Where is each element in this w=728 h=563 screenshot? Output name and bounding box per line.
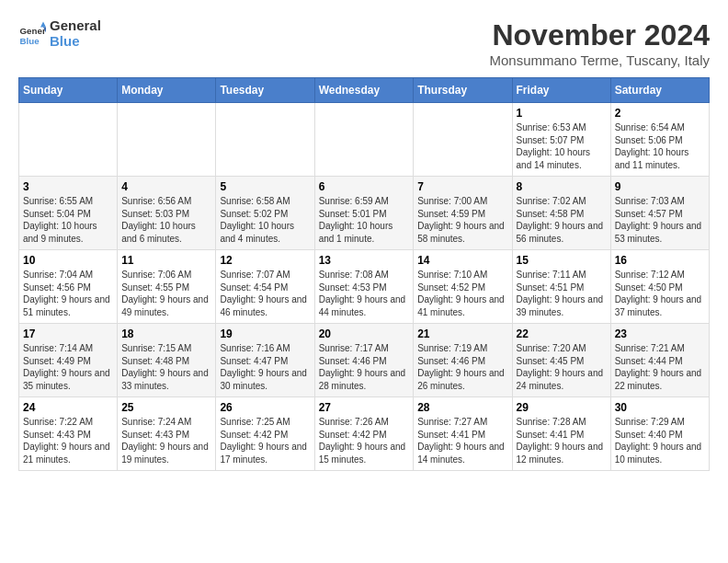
calendar-header-row: SundayMondayTuesdayWednesdayThursdayFrid… (19, 78, 710, 103)
calendar-body: 1Sunrise: 6:53 AM Sunset: 5:07 PM Daylig… (19, 103, 710, 471)
calendar-cell: 15Sunrise: 7:11 AM Sunset: 4:51 PM Dayli… (512, 250, 610, 324)
day-of-week-header: Tuesday (216, 78, 314, 103)
day-number: 26 (220, 401, 310, 414)
calendar-cell: 30Sunrise: 7:29 AM Sunset: 4:40 PM Dayli… (610, 397, 709, 471)
day-info: Sunrise: 7:26 AM Sunset: 4:42 PM Dayligh… (319, 416, 410, 465)
day-of-week-header: Wednesday (314, 78, 414, 103)
day-info: Sunrise: 7:19 AM Sunset: 4:46 PM Dayligh… (417, 342, 507, 392)
day-of-week-header: Saturday (610, 78, 709, 103)
calendar-cell: 25Sunrise: 7:24 AM Sunset: 4:43 PM Dayli… (118, 397, 216, 471)
day-info: Sunrise: 6:54 AM Sunset: 5:06 PM Dayligh… (615, 121, 705, 171)
svg-marker-2 (40, 21, 46, 27)
calendar-cell: 16Sunrise: 7:12 AM Sunset: 4:50 PM Dayli… (610, 250, 709, 324)
day-info: Sunrise: 7:03 AM Sunset: 4:57 PM Dayligh… (615, 195, 705, 245)
day-of-week-header: Thursday (414, 78, 512, 103)
day-number: 27 (319, 401, 410, 414)
calendar-week-row: 3Sunrise: 6:55 AM Sunset: 5:04 PM Daylig… (19, 177, 710, 250)
calendar-cell: 11Sunrise: 7:06 AM Sunset: 4:55 PM Dayli… (118, 250, 216, 324)
day-info: Sunrise: 7:04 AM Sunset: 4:56 PM Dayligh… (23, 269, 113, 318)
calendar-cell: 10Sunrise: 7:04 AM Sunset: 4:56 PM Dayli… (19, 250, 118, 324)
day-number: 21 (417, 327, 507, 340)
svg-text:Blue: Blue (20, 35, 40, 45)
calendar-cell: 20Sunrise: 7:17 AM Sunset: 4:46 PM Dayli… (314, 324, 414, 397)
calendar-cell: 21Sunrise: 7:19 AM Sunset: 4:46 PM Dayli… (414, 324, 512, 397)
day-info: Sunrise: 6:58 AM Sunset: 5:02 PM Dayligh… (220, 195, 310, 245)
calendar-cell (314, 103, 414, 177)
day-number: 17 (23, 327, 113, 340)
day-number: 2 (615, 107, 705, 120)
logo-icon: General Blue (18, 20, 46, 48)
day-of-week-header: Sunday (19, 78, 118, 103)
day-number: 20 (319, 327, 410, 340)
day-number: 24 (23, 401, 113, 414)
calendar-cell: 4Sunrise: 6:56 AM Sunset: 5:03 PM Daylig… (118, 177, 216, 250)
day-number: 16 (615, 254, 705, 267)
day-info: Sunrise: 7:24 AM Sunset: 4:43 PM Dayligh… (121, 416, 211, 465)
title-block: November 2024 Monsummano Terme, Tuscany,… (489, 18, 710, 68)
day-number: 18 (121, 327, 211, 340)
day-number: 22 (517, 327, 607, 340)
day-info: Sunrise: 6:53 AM Sunset: 5:07 PM Dayligh… (517, 121, 607, 171)
page-header: General Blue General Blue November 2024 … (18, 18, 710, 68)
day-info: Sunrise: 7:12 AM Sunset: 4:50 PM Dayligh… (615, 269, 705, 318)
calendar-cell: 2Sunrise: 6:54 AM Sunset: 5:06 PM Daylig… (610, 103, 709, 177)
day-number: 1 (517, 107, 607, 120)
calendar-cell: 1Sunrise: 6:53 AM Sunset: 5:07 PM Daylig… (512, 103, 610, 177)
day-info: Sunrise: 7:06 AM Sunset: 4:55 PM Dayligh… (121, 269, 211, 318)
day-number: 6 (319, 180, 410, 193)
calendar-week-row: 1Sunrise: 6:53 AM Sunset: 5:07 PM Daylig… (19, 103, 710, 177)
day-info: Sunrise: 7:02 AM Sunset: 4:58 PM Dayligh… (517, 195, 607, 245)
calendar-cell: 12Sunrise: 7:07 AM Sunset: 4:54 PM Dayli… (216, 250, 314, 324)
day-number: 4 (121, 180, 211, 193)
location: Monsummano Terme, Tuscany, Italy (489, 52, 710, 68)
calendar-week-row: 10Sunrise: 7:04 AM Sunset: 4:56 PM Dayli… (19, 250, 710, 324)
calendar-cell: 27Sunrise: 7:26 AM Sunset: 4:42 PM Dayli… (314, 397, 414, 471)
day-number: 11 (121, 254, 211, 267)
day-info: Sunrise: 7:22 AM Sunset: 4:43 PM Dayligh… (23, 416, 113, 465)
calendar-cell: 29Sunrise: 7:28 AM Sunset: 4:41 PM Dayli… (512, 397, 610, 471)
day-number: 8 (517, 180, 607, 193)
calendar-cell: 7Sunrise: 7:00 AM Sunset: 4:59 PM Daylig… (414, 177, 512, 250)
day-info: Sunrise: 7:15 AM Sunset: 4:48 PM Dayligh… (121, 342, 211, 392)
calendar-cell (118, 103, 216, 177)
calendar-cell: 5Sunrise: 6:58 AM Sunset: 5:02 PM Daylig… (216, 177, 314, 250)
day-of-week-header: Friday (512, 78, 610, 103)
calendar-cell: 24Sunrise: 7:22 AM Sunset: 4:43 PM Dayli… (19, 397, 118, 471)
day-number: 12 (220, 254, 310, 267)
calendar-cell: 23Sunrise: 7:21 AM Sunset: 4:44 PM Dayli… (610, 324, 709, 397)
day-info: Sunrise: 7:11 AM Sunset: 4:51 PM Dayligh… (517, 269, 607, 318)
logo-line2: Blue (50, 34, 101, 50)
day-info: Sunrise: 6:56 AM Sunset: 5:03 PM Dayligh… (121, 195, 211, 245)
day-number: 23 (615, 327, 705, 340)
day-number: 19 (220, 327, 310, 340)
day-number: 15 (517, 254, 607, 267)
day-number: 14 (417, 254, 507, 267)
day-info: Sunrise: 7:27 AM Sunset: 4:41 PM Dayligh… (417, 416, 507, 465)
calendar-cell: 18Sunrise: 7:15 AM Sunset: 4:48 PM Dayli… (118, 324, 216, 397)
day-number: 28 (417, 401, 507, 414)
calendar-cell: 17Sunrise: 7:14 AM Sunset: 4:49 PM Dayli… (19, 324, 118, 397)
day-info: Sunrise: 7:14 AM Sunset: 4:49 PM Dayligh… (23, 342, 113, 392)
day-number: 25 (121, 401, 211, 414)
day-info: Sunrise: 7:16 AM Sunset: 4:47 PM Dayligh… (220, 342, 310, 392)
day-number: 29 (517, 401, 607, 414)
day-number: 10 (23, 254, 113, 267)
logo-line1: General (50, 18, 101, 34)
calendar-week-row: 17Sunrise: 7:14 AM Sunset: 4:49 PM Dayli… (19, 324, 710, 397)
calendar-cell (216, 103, 314, 177)
day-number: 9 (615, 180, 705, 193)
calendar-cell (414, 103, 512, 177)
day-of-week-header: Monday (118, 78, 216, 103)
day-info: Sunrise: 7:25 AM Sunset: 4:42 PM Dayligh… (220, 416, 310, 465)
day-info: Sunrise: 7:08 AM Sunset: 4:53 PM Dayligh… (319, 269, 410, 318)
calendar-cell: 3Sunrise: 6:55 AM Sunset: 5:04 PM Daylig… (19, 177, 118, 250)
day-info: Sunrise: 7:00 AM Sunset: 4:59 PM Dayligh… (417, 195, 507, 245)
day-number: 13 (319, 254, 410, 267)
day-info: Sunrise: 6:59 AM Sunset: 5:01 PM Dayligh… (319, 195, 410, 245)
day-info: Sunrise: 7:17 AM Sunset: 4:46 PM Dayligh… (319, 342, 410, 392)
day-number: 3 (23, 180, 113, 193)
calendar-cell: 22Sunrise: 7:20 AM Sunset: 4:45 PM Dayli… (512, 324, 610, 397)
calendar-cell: 8Sunrise: 7:02 AM Sunset: 4:58 PM Daylig… (512, 177, 610, 250)
calendar-cell: 26Sunrise: 7:25 AM Sunset: 4:42 PM Dayli… (216, 397, 314, 471)
day-info: Sunrise: 7:20 AM Sunset: 4:45 PM Dayligh… (517, 342, 607, 392)
